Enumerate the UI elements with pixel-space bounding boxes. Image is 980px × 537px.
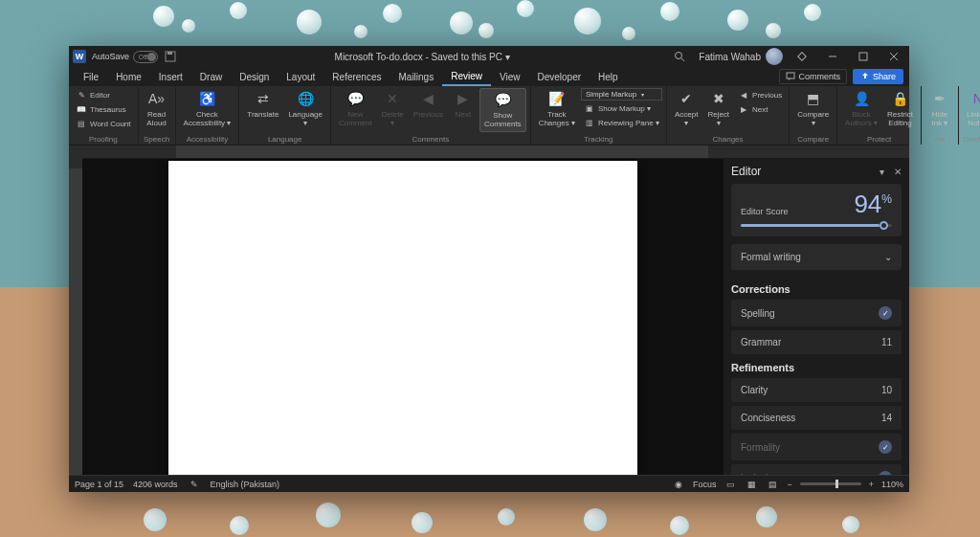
show-comments-button[interactable]: 💬Show Comments [479,88,526,132]
menu-home[interactable]: Home [107,69,150,85]
close-button[interactable] [882,46,905,67]
prev-icon: ◀ [418,90,437,109]
group-speech: A»Read Aloud Speech [139,86,176,145]
page-count[interactable]: Page 1 of 15 [75,480,123,489]
read-aloud-button[interactable]: A»Read Aloud [143,88,171,130]
pane-dropdown-icon[interactable]: ▾ [880,167,884,177]
toggle-switch[interactable]: Off [133,51,158,63]
menu-draw[interactable]: Draw [191,69,231,85]
zoom-slider[interactable] [800,482,861,485]
delete-comment-button[interactable]: ✕Delete ▾ [378,88,408,130]
refinement-inclusiveness[interactable]: Inclusiveness ✓ [731,464,902,475]
menu-file[interactable]: File [75,69,107,85]
svg-rect-6 [859,53,867,60]
markup-icon: ▣ [584,102,595,114]
menu-layout[interactable]: Layout [278,69,323,85]
refinement-clarity[interactable]: Clarity 10 [731,378,902,402]
group-protect: 👤Block Authors ▾ 🔒Restrict Editing Prote… [837,86,922,145]
refinement-formality[interactable]: Formality ✓ [731,434,902,460]
next-comment-button[interactable]: ▶Next [449,88,478,122]
focus-label[interactable]: Focus [693,480,717,489]
view-print-icon[interactable]: ▦ [745,478,758,491]
editor-score-card[interactable]: Editor Score 94% [731,184,902,236]
editor-pane: Editor ▾ ✕ Editor Score 94% Formal writi… [724,159,909,475]
prev-comment-button[interactable]: ◀Previous [410,88,447,122]
next-change-button[interactable]: ▶Next [735,102,785,116]
menu-help[interactable]: Help [590,69,627,85]
zoom-in-button[interactable]: + [869,480,874,489]
view-web-icon[interactable]: ▤ [766,478,779,491]
document-page[interactable] [168,161,637,475]
language-icon: 🌐 [296,90,315,109]
reviewing-pane-button[interactable]: ▥Reviewing Pane ▾ [581,116,662,129]
accept-button[interactable]: ✔Accept ▾ [671,88,702,130]
focus-icon[interactable]: ◉ [672,478,685,491]
word-count[interactable]: 4206 words [133,480,178,489]
status-bar: Page 1 of 15 4206 words ✎ English (Pakis… [69,475,909,492]
document-area[interactable] [82,159,724,475]
pane-icon: ▥ [584,117,595,128]
comment-icon [786,72,795,81]
coming-soon-icon[interactable] [791,46,813,67]
refinement-conciseness[interactable]: Conciseness 14 [731,406,902,430]
svg-rect-1 [167,52,172,55]
editor-button[interactable]: ✎Editor [73,88,134,101]
track-changes-button[interactable]: 📝Track Changes ▾ [535,88,579,130]
ruler-vertical[interactable] [69,159,82,475]
correction-grammar[interactable]: Grammar 11 [731,330,902,354]
restrict-editing-button[interactable]: 🔒Restrict Editing [883,88,917,130]
document-title[interactable]: Microsoft To-do.docx - Saved to this PC … [176,52,668,62]
new-comment-button[interactable]: 💬New Comment [335,88,376,130]
language-button[interactable]: 🌐Language ▾ [284,88,326,130]
pane-close-icon[interactable]: ✕ [894,167,902,177]
editor-pane-title: Editor [731,165,761,178]
markup-select[interactable]: Simple Markup▾ [581,88,662,101]
language-status[interactable]: English (Pakistan) [211,480,280,489]
accept-icon: ✔ [677,90,696,109]
menu-design[interactable]: Design [231,69,278,85]
wordcount-button[interactable]: ▤Word Count [73,117,134,130]
reject-button[interactable]: ✖Reject ▾ [703,88,733,130]
view-read-icon[interactable]: ▭ [724,478,737,491]
show-markup-button[interactable]: ▣Show Markup ▾ [581,101,662,115]
menu-developer[interactable]: Developer [528,69,590,85]
group-tracking: 📝Track Changes ▾ Simple Markup▾ ▣Show Ma… [531,86,667,145]
menu-mailings[interactable]: Mailings [390,69,442,85]
writing-style-select[interactable]: Formal writing ⌄ [731,244,902,270]
hide-ink-button[interactable]: ✒Hide Ink ▾ [925,88,954,130]
thesaurus-button[interactable]: 📖Thesaurus [73,102,134,116]
score-label: Editor Score [741,207,789,216]
spellcheck-icon[interactable]: ✎ [188,478,201,491]
next-icon: ▶ [454,90,473,109]
onenote-icon: N [969,90,980,109]
app-window: W AutoSave Off Microsoft To-do.docx - Sa… [69,46,909,492]
share-button[interactable]: Share [853,69,903,84]
zoom-level[interactable]: 110% [881,480,903,489]
block-authors-button[interactable]: 👤Block Authors ▾ [841,88,881,130]
menu-references[interactable]: References [323,69,390,85]
menu-review[interactable]: Review [442,68,491,86]
autosave-toggle[interactable]: AutoSave Off [92,51,158,63]
refinements-heading: Refinements [731,362,902,373]
linked-notes-button[interactable]: NLinked Notes [963,88,980,130]
zoom-out-button[interactable]: − [787,480,791,489]
comments-button[interactable]: Comments [779,69,847,84]
svg-rect-4 [798,53,806,60]
minimize-button[interactable] [821,46,844,67]
ruler-horizontal[interactable] [69,145,909,159]
compare-button[interactable]: ⬒Compare ▾ [793,88,833,130]
menu-view[interactable]: View [491,69,529,85]
search-icon[interactable] [668,46,691,67]
translate-icon: ⇄ [254,90,273,109]
next-change-icon: ▶ [738,103,749,115]
maximize-button[interactable] [852,46,875,67]
check-accessibility-button[interactable]: ♿Check Accessibility ▾ [180,88,235,130]
prev-change-button[interactable]: ◀Previous [735,88,785,101]
thesaurus-icon: 📖 [76,103,87,115]
save-icon[interactable] [164,51,176,63]
correction-spelling[interactable]: Spelling ✓ [731,300,902,326]
user-account[interactable]: Fatima Wahab [699,48,783,65]
menu-bar: File Home Insert Draw Design Layout Refe… [69,67,909,86]
translate-button[interactable]: ⇄Translate [243,88,282,122]
menu-insert[interactable]: Insert [150,69,191,85]
